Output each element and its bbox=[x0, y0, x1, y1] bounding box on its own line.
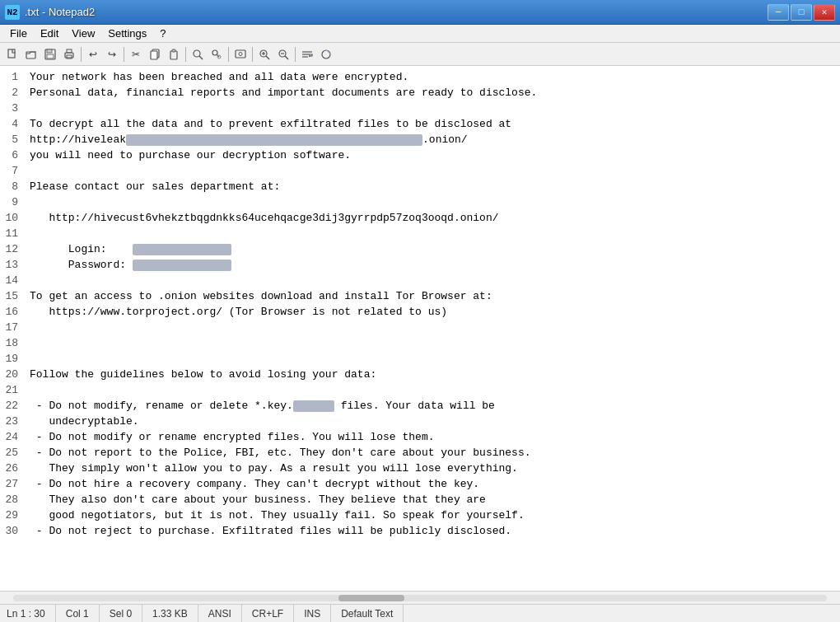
replace-button[interactable] bbox=[208, 45, 226, 63]
svg-point-18 bbox=[239, 52, 242, 55]
menu-settings[interactable]: Settings bbox=[101, 26, 153, 41]
menu-view[interactable]: View bbox=[65, 26, 101, 41]
zoomin-button[interactable] bbox=[255, 45, 273, 63]
svg-point-12 bbox=[194, 50, 200, 57]
window-controls: ─ □ ✕ bbox=[768, 4, 835, 21]
separator-4 bbox=[228, 47, 229, 62]
status-col: Col 1 bbox=[56, 605, 100, 622]
svg-rect-0 bbox=[8, 49, 15, 58]
menu-help[interactable]: ? bbox=[153, 26, 172, 41]
copy-button[interactable] bbox=[146, 45, 164, 63]
horizontal-scrollbar[interactable] bbox=[0, 591, 840, 604]
svg-line-22 bbox=[266, 56, 269, 59]
menu-edit[interactable]: Edit bbox=[34, 26, 65, 41]
wrap-button[interactable] bbox=[298, 45, 316, 63]
status-bar: Ln 1 : 30 Col 1 Sel 0 1.33 KB ANSI CR+LF… bbox=[0, 604, 840, 622]
editor-scroll[interactable]: 1 2 3 4 5 6 7 8 9 10 11 12 13 14 15 16 1… bbox=[0, 66, 840, 591]
title-bar: N2 .txt - Notepad2 ─ □ ✕ bbox=[0, 0, 840, 25]
separator-3 bbox=[185, 47, 186, 62]
scrollbar-thumb[interactable] bbox=[338, 595, 404, 601]
separator-2 bbox=[124, 47, 124, 62]
open-button[interactable] bbox=[22, 45, 40, 63]
svg-rect-9 bbox=[151, 51, 157, 59]
status-lineending: CR+LF bbox=[242, 605, 294, 622]
status-position: Ln 1 : 30 bbox=[7, 605, 56, 622]
status-sel: Sel 0 bbox=[100, 605, 142, 622]
toolbar: ↩ ↪ ✂ bbox=[0, 43, 840, 66]
line-numbers: 1 2 3 4 5 6 7 8 9 10 11 12 13 14 15 16 1… bbox=[0, 66, 23, 591]
menu-file[interactable]: File bbox=[3, 26, 34, 41]
scheme-button[interactable] bbox=[317, 45, 335, 63]
status-encoding: ANSI bbox=[198, 605, 242, 622]
svg-rect-17 bbox=[236, 50, 245, 58]
new-button[interactable] bbox=[3, 45, 21, 63]
undo-button[interactable]: ↩ bbox=[84, 45, 102, 63]
redo-button[interactable]: ↪ bbox=[103, 45, 121, 63]
status-mode: INS bbox=[294, 605, 331, 622]
app-icon: N2 bbox=[5, 5, 20, 20]
minimize-button[interactable]: ─ bbox=[768, 4, 789, 21]
editor-text[interactable]: Your network has been breached and all d… bbox=[23, 66, 840, 591]
svg-rect-3 bbox=[47, 49, 52, 53]
svg-line-25 bbox=[285, 56, 288, 59]
screenshot-button[interactable] bbox=[231, 45, 250, 63]
svg-rect-1 bbox=[26, 52, 35, 58]
window-title: .txt - Notepad2 bbox=[25, 6, 95, 18]
svg-point-14 bbox=[212, 50, 217, 55]
save-button[interactable] bbox=[41, 45, 59, 63]
paste-button[interactable] bbox=[165, 45, 183, 63]
status-style: Default Text bbox=[331, 605, 404, 622]
status-size: 1.33 KB bbox=[142, 605, 198, 622]
menu-bar: File Edit View Settings ? bbox=[0, 25, 840, 43]
zoomout-button[interactable] bbox=[274, 45, 292, 63]
title-bar-left: N2 .txt - Notepad2 bbox=[5, 5, 95, 20]
close-button[interactable]: ✕ bbox=[814, 4, 835, 21]
editor-container: 1 2 3 4 5 6 7 8 9 10 11 12 13 14 15 16 1… bbox=[0, 66, 840, 604]
svg-rect-4 bbox=[47, 54, 54, 58]
separator-6 bbox=[295, 47, 296, 62]
scrollbar-track[interactable] bbox=[13, 595, 827, 601]
print-button[interactable] bbox=[60, 45, 78, 63]
separator-5 bbox=[252, 47, 253, 62]
separator-1 bbox=[81, 47, 82, 62]
cut-button[interactable]: ✂ bbox=[127, 45, 145, 63]
maximize-button[interactable]: □ bbox=[791, 4, 812, 21]
find-button[interactable] bbox=[189, 45, 207, 63]
svg-line-13 bbox=[199, 56, 203, 59]
svg-rect-11 bbox=[172, 49, 175, 52]
